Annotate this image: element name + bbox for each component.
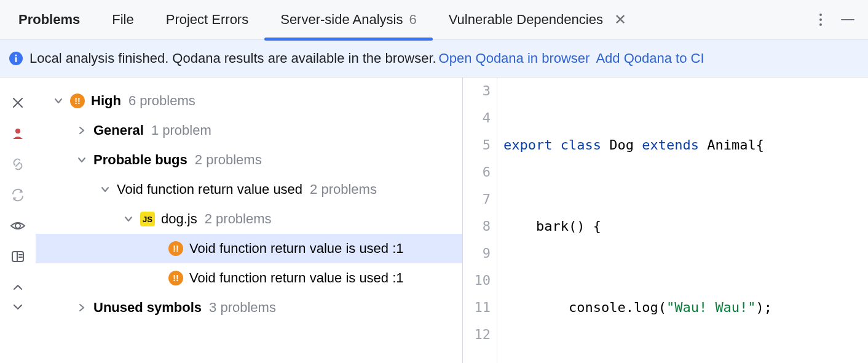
tool-gutter [0, 78, 36, 363]
tab-count: 6 [409, 12, 417, 28]
tree-node-general[interactable]: General 1 problem [36, 116, 462, 145]
refresh-icon[interactable] [10, 187, 26, 203]
tree-issue-2[interactable]: !! Void function return value is used :1 [36, 263, 462, 293]
open-qodana-link[interactable]: Open Qodana in browser [439, 50, 590, 66]
svg-rect-6 [15, 57, 17, 62]
tree-count: 2 problems [195, 152, 262, 168]
tab-project-errors[interactable]: Project Errors [150, 0, 264, 39]
add-qodana-ci-link[interactable]: Add Qodana to CI [596, 50, 704, 66]
tabs-bar: Problems File Project Errors Server-side… [0, 0, 868, 39]
code-body[interactable]: export class Dog extends Animal{ bark() … [497, 78, 868, 363]
tree-label: Void function return value used [117, 182, 302, 197]
line-number: 9 [463, 240, 491, 267]
tab-label: Server-side Analysis [280, 12, 403, 28]
tree-node-high[interactable]: !! High 6 problems [36, 86, 462, 116]
tree-count: 2 problems [205, 211, 272, 227]
more-icon[interactable] [819, 12, 823, 27]
tab-problems[interactable]: Problems [2, 0, 96, 39]
line-number: 12 [463, 321, 491, 348]
link-icon[interactable] [10, 156, 26, 172]
tree-label: General [93, 122, 144, 138]
severity-high-icon: !! [70, 94, 85, 108]
tabs-actions [819, 12, 862, 28]
chevron-down-icon [52, 94, 65, 108]
collapse-down-icon[interactable] [10, 299, 26, 315]
line-number: 11 [463, 294, 491, 321]
line-number: 3 [463, 78, 491, 105]
problems-tree: !! High 6 problems General 1 problem Pro… [36, 78, 462, 363]
tree-node-unused-symbols[interactable]: Unused symbols 3 problems [36, 293, 462, 322]
eye-icon[interactable] [10, 218, 26, 234]
tab-vulnerable-dependencies[interactable]: Vulnerable Dependencies ✕ [433, 0, 642, 39]
tree-node-file[interactable]: JS dog.js 2 problems [36, 204, 462, 234]
issue-text: Void function return value is used :1 [189, 241, 404, 257]
main-split: !! High 6 problems General 1 problem Pro… [0, 78, 868, 363]
line-gutter: 3 4 5 6 7 8 9 10 11 12 [463, 78, 497, 363]
severity-warn-icon: !! [168, 241, 183, 256]
tree-label: Probable bugs [93, 152, 187, 168]
tree-count: 6 problems [128, 93, 195, 109]
info-banner: Local analysis finished. Qodana results … [0, 39, 868, 78]
svg-point-1 [819, 18, 822, 21]
tab-label: File [112, 12, 133, 28]
code-line: console.log("Wau! Wau!"); [503, 294, 868, 321]
severity-warn-icon: !! [168, 271, 183, 285]
issue-text: Void function return value is used :1 [189, 270, 404, 286]
code-line: bark() { [503, 213, 868, 240]
tree-node-void-group[interactable]: Void function return value used 2 proble… [36, 175, 462, 204]
tree-node-probable-bugs[interactable]: Probable bugs 2 problems [36, 145, 462, 175]
chevron-right-icon [75, 301, 89, 314]
line-number: 4 [463, 105, 491, 132]
tab-server-side-analysis[interactable]: Server-side Analysis 6 [264, 0, 433, 39]
close-icon[interactable] [10, 95, 26, 111]
tab-file[interactable]: File [96, 0, 149, 39]
tree-count: 2 problems [310, 182, 377, 197]
line-number: 6 [463, 159, 491, 186]
minimize-icon[interactable] [840, 12, 856, 28]
chevron-right-icon [75, 124, 89, 137]
tree-label: dog.js [161, 211, 197, 227]
line-number: 8 [463, 213, 491, 240]
chevron-down-icon [75, 153, 89, 167]
tree-label: Unused symbols [93, 300, 202, 316]
tab-label: Project Errors [166, 12, 248, 28]
close-icon[interactable]: ✕ [614, 11, 626, 28]
line-number: 7 [463, 186, 491, 213]
svg-point-2 [819, 23, 822, 26]
tree-count: 3 problems [209, 300, 276, 316]
tab-label: Problems [18, 12, 80, 28]
collapse-up-icon[interactable] [10, 279, 26, 295]
svg-point-0 [819, 14, 822, 16]
chevron-down-icon [98, 183, 112, 196]
tree-label: High [91, 93, 121, 109]
svg-point-5 [15, 54, 17, 56]
info-icon [9, 51, 23, 66]
line-number: 10 [463, 267, 491, 294]
panel-icon[interactable] [10, 249, 26, 265]
chevron-down-icon [122, 212, 135, 226]
svg-point-7 [15, 129, 20, 134]
code-preview: 3 4 5 6 7 8 9 10 11 12 export class Dog … [463, 78, 868, 363]
tree-issue-1[interactable]: !! Void function return value is used :1 [36, 234, 462, 263]
banner-text: Local analysis finished. Qodana results … [30, 50, 436, 66]
tab-label: Vulnerable Dependencies [449, 12, 603, 28]
svg-point-8 [15, 223, 20, 228]
user-icon[interactable] [10, 126, 26, 142]
line-number: 5 [463, 132, 491, 159]
js-file-icon: JS [140, 212, 155, 226]
code-line: export class Dog extends Animal{ [503, 132, 868, 159]
tree-count: 1 problem [151, 122, 211, 138]
